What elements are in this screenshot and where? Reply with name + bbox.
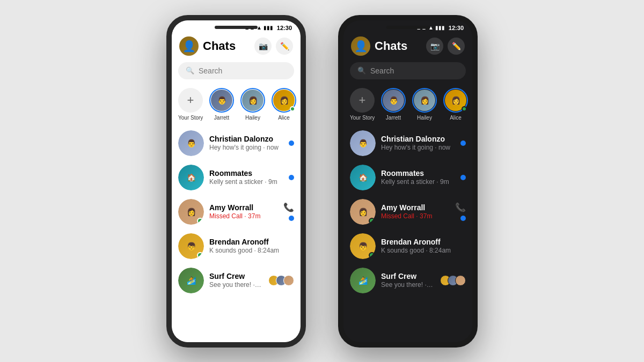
missed-label-dark: Missed Call [381, 212, 414, 220]
add-story-button-dark[interactable]: + [350, 88, 375, 113]
chat-meta-surf-dark [440, 275, 466, 286]
chat-info-surf-dark: Surf Crew See you there! · Mon [381, 272, 435, 289]
chat-item-christian[interactable]: 👨 Christian Dalonzo Hey how's it going ·… [172, 126, 301, 160]
chat-preview-brendan-dark: K sounds good · 8:24am [381, 247, 460, 254]
group-avatars-surf-dark [440, 275, 466, 286]
phone-notch [215, 26, 258, 29]
chat-preview-christian: Hey how's it going · now [209, 144, 283, 151]
story-avatar-hailey: 👩 [240, 88, 265, 113]
chat-info-brendan-dark: Brendan Aronoff K sounds good · 8:24am [381, 238, 460, 254]
story-jarrett[interactable]: 👨 Jarrett [209, 88, 234, 121]
stories-row-dark: + Your Story 👨 Jarrett 👩 [343, 84, 472, 126]
header-actions-dark: 📷 ✏️ [426, 38, 465, 55]
call-icon-amy-dark: 📞 [455, 202, 466, 212]
search-icon: 🔍 [186, 67, 194, 75]
chat-name-brendan: Brendan Aronoff [209, 238, 289, 246]
light-phone: ▲▲ ▲ ▮▮▮ 12:30 👤 Chats 📷 ✏️ [166, 15, 306, 348]
story-avatar-hailey-dark: 👩 [412, 88, 437, 113]
online-dot-alice [290, 106, 295, 112]
edit-button-dark[interactable]: ✏️ [448, 38, 465, 55]
online-dot-amy [197, 218, 203, 224]
story-alice[interactable]: 👩 Alice [272, 88, 296, 121]
status-time: 12:30 [277, 25, 292, 31]
chat-list-dark: 👨 Christian Dalonzo Hey how's it going ·… [343, 126, 472, 342]
app-title-dark: Chats [375, 39, 422, 53]
avatar-amy-dark: 👩 [350, 199, 376, 225]
search-bar-dark[interactable]: 🔍 Search [350, 62, 466, 79]
app-header: 👤 Chats 📷 ✏️ [172, 33, 301, 60]
group-avatars-surf [268, 275, 294, 286]
chat-info-christian-dark: Christian Dalonzo Hey how's it going · n… [381, 135, 455, 151]
chat-item-amy[interactable]: 👩 Amy Worrall Missed Call · 37m 📞 [172, 195, 301, 229]
battery-icon: ▮▮▮ [264, 25, 273, 31]
avatar-christian-dark: 👨 [350, 130, 376, 156]
status-time-dark: 12:30 [449, 25, 464, 31]
story-add-dark[interactable]: + Your Story [350, 88, 375, 121]
chat-item-amy-dark[interactable]: 👩 Amy Worrall Missed Call · 37m 📞 [343, 195, 472, 229]
chat-item-roommates-dark[interactable]: 🏠 Roommates Kelly sent a sticker · 9m [343, 160, 472, 195]
story-alice-dark[interactable]: 👩 Alice [443, 88, 468, 121]
avatar-brendan: 👦 [178, 233, 204, 259]
chat-meta-roommates-dark [460, 175, 466, 180]
chat-meta-christian-dark [460, 141, 466, 146]
chat-info-amy: Amy Worrall Missed Call · 37m [209, 203, 278, 220]
story-label-your-dark: Your Story [350, 115, 375, 121]
avatar-brendan-dark: 👦 [350, 233, 376, 259]
chat-info-brendan: Brendan Aronoff K sounds good · 8:24am [209, 238, 289, 254]
chat-preview-surf-dark: See you there! · Mon [381, 281, 435, 289]
missed-call-time: · 37m [244, 212, 260, 220]
chat-name-amy-dark: Amy Worrall [381, 203, 450, 212]
chat-item-surf-dark[interactable]: 🏄 Surf Crew See you there! · Mon [343, 263, 472, 298]
chat-preview-roommates: Kelly sent a sticker · 9m [209, 178, 283, 186]
camera-button[interactable]: 📷 [254, 38, 272, 55]
edit-button[interactable]: ✏️ [276, 38, 293, 55]
chat-item-surf[interactable]: 🏄 Surf Crew See you there! · Mon [172, 263, 301, 298]
group-avatar-dark-3 [455, 275, 466, 286]
chat-name-surf-dark: Surf Crew [381, 272, 435, 280]
user-avatar[interactable]: 👤 [179, 36, 199, 56]
chat-info-roommates: Roommates Kelly sent a sticker · 9m [209, 169, 283, 186]
search-input[interactable]: Search [199, 67, 222, 75]
chat-list: 👨 Christian Dalonzo Hey how's it going ·… [172, 126, 301, 342]
story-label-jarrett-dark: Jarrett [386, 115, 401, 121]
story-hailey[interactable]: 👩 Hailey [240, 88, 265, 121]
story-label-your: Your Story [178, 115, 203, 121]
avatar-roommates: 🏠 [178, 165, 204, 190]
group-avatar-3 [283, 275, 294, 286]
story-hailey-dark[interactable]: 👩 Hailey [412, 88, 437, 121]
story-avatar-jarrett: 👨 [209, 88, 234, 113]
unread-dot-amy [289, 216, 294, 221]
chat-item-christian-dark[interactable]: 👨 Christian Dalonzo Hey how's it going ·… [343, 126, 472, 160]
chat-meta-christian [289, 141, 294, 146]
chat-meta-roommates [289, 175, 294, 180]
search-input-dark[interactable]: Search [370, 67, 394, 75]
unread-dot-amy-dark [460, 216, 466, 221]
header-actions: 📷 ✏️ [254, 38, 293, 55]
online-dot-brendan-dark [369, 252, 375, 258]
avatar-amy: 👩 [178, 199, 204, 225]
chat-preview-amy-missed: Missed Call · 37m [209, 212, 278, 220]
online-dot-alice-dark [462, 106, 467, 112]
story-label-hailey: Hailey [245, 115, 260, 121]
chat-item-brendan-dark[interactable]: 👦 Brendan Aronoff K sounds good · 8:24am [343, 229, 472, 263]
missed-call-label: Missed Call [209, 212, 243, 220]
search-bar[interactable]: 🔍 Search [178, 62, 294, 79]
story-jarrett-dark[interactable]: 👨 Jarrett [381, 88, 406, 121]
chat-info-amy-dark: Amy Worrall Missed Call · 37m [381, 203, 450, 220]
story-add[interactable]: + Your Story [178, 88, 203, 121]
avatar-roommates-dark: 🏠 [350, 165, 376, 190]
unread-dot-christian-dark [460, 141, 466, 146]
unread-dot-roommates [289, 175, 294, 180]
user-avatar-dark[interactable]: 👤 [351, 36, 370, 56]
camera-button-dark[interactable]: 📷 [426, 38, 443, 55]
chat-item-brendan[interactable]: 👦 Brendan Aronoff K sounds good · 8:24am [172, 229, 301, 263]
chat-name-brendan-dark: Brendan Aronoff [381, 238, 460, 246]
app-header-dark: 👤 Chats 📷 ✏️ [343, 33, 472, 60]
chat-preview-brendan: K sounds good · 8:24am [209, 247, 289, 254]
chat-info-roommates-dark: Roommates Kelly sent a sticker · 9m [381, 169, 455, 186]
avatar-surf: 🏄 [178, 268, 204, 293]
unread-dot-christian [289, 141, 294, 146]
chat-item-roommates[interactable]: 🏠 Roommates Kelly sent a sticker · 9m [172, 160, 301, 195]
chat-preview-amy-dark: Missed Call · 37m [381, 212, 450, 220]
add-story-button[interactable]: + [178, 88, 203, 113]
